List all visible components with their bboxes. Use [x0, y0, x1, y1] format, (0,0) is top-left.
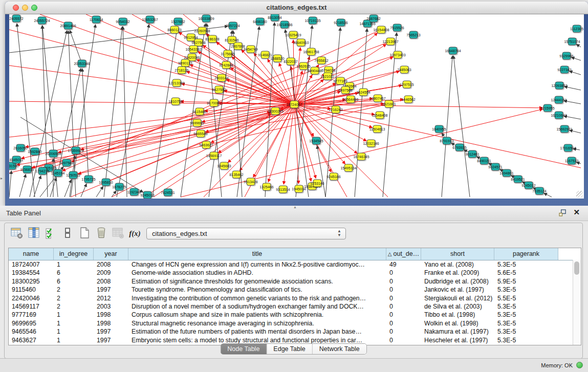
graph-node[interactable]: 3624554 — [359, 89, 368, 96]
graph-node[interactable]: 9218536 — [337, 19, 345, 27]
graph-node[interactable]: 1167533 — [568, 157, 576, 165]
tab-edge-table[interactable]: Edge Table — [267, 344, 312, 354]
select-all-checks-icon[interactable] — [43, 227, 57, 240]
table-row[interactable]: 1938455462009Genome-wide association stu… — [9, 269, 581, 277]
graph-node[interactable]: 15692971 — [560, 125, 569, 133]
window-titlebar[interactable]: citations_edges.txt — [5, 2, 588, 14]
table-row[interactable]: 911546021997Tourette syndrome. Phenomeno… — [9, 286, 581, 294]
table-cell[interactable]: 5.3E-5 — [494, 319, 558, 327]
table-cell[interactable]: Corpus callosum shape and size in male p… — [128, 311, 386, 319]
graph-node[interactable]: 1156819 — [23, 166, 32, 173]
graph-node[interactable]: 9242848 — [222, 61, 231, 69]
table-cell[interactable]: 5.3E-5 — [494, 302, 558, 311]
graph-node[interactable]: 7485063 — [400, 66, 409, 74]
graph-node[interactable]: 9699695 — [193, 119, 202, 127]
graph-node[interactable]: 8490151 — [480, 157, 489, 165]
table-cell[interactable]: Jankovic et al. (1997) — [421, 286, 494, 294]
graph-node[interactable]: 1325466 — [263, 183, 271, 191]
graph-node[interactable]: 12093852 — [555, 82, 564, 90]
table-cell[interactable]: Structural magnetic resonance image aver… — [128, 319, 386, 327]
table-row[interactable]: 1872400712008Changes of HCN gene express… — [9, 260, 581, 269]
scrollbar-thumb[interactable] — [574, 261, 579, 275]
table-row[interactable]: 977716911998Corpus callosum shape and si… — [9, 311, 581, 319]
table-cell[interactable]: 0 — [386, 327, 421, 336]
table-source-dropdown[interactable]: citations_edges.txt ▲▼ — [146, 228, 346, 239]
graph-node[interactable]: 8813054 — [271, 14, 279, 21]
graph-node[interactable]: 1527602 — [174, 18, 183, 26]
graph-node[interactable]: 6793935 — [455, 144, 464, 151]
table-cell[interactable]: Stergiakouli et al. (2012) — [421, 294, 494, 302]
graph-node[interactable]: 1250515 — [69, 171, 78, 179]
graph-node[interactable]: 2687682 — [369, 15, 378, 23]
graph-node[interactable]: 14569117 — [210, 152, 219, 160]
graph-node[interactable]: 1253146 — [313, 180, 322, 187]
table-cell[interactable]: Hescheler et al. (1997) — [421, 336, 494, 344]
graph-node[interactable]: 8419521 — [514, 176, 522, 183]
graph-node[interactable]: 8345011 — [12, 156, 21, 164]
table-cell[interactable]: 0 — [386, 302, 421, 311]
table-settings-icon[interactable] — [10, 227, 24, 240]
table-cell[interactable]: Changes of HCN gene expression and I(f) … — [128, 260, 386, 269]
graph-node[interactable]: 20053346 — [78, 60, 86, 68]
graph-node[interactable]: 3175685 — [224, 50, 232, 58]
graph-node[interactable]: 16640910 — [297, 39, 306, 47]
function-icon[interactable]: f(x) — [128, 227, 142, 240]
graph-node[interactable]: 1795725 — [84, 176, 93, 183]
table-row[interactable]: 1830029562008Estimation of significance … — [9, 277, 581, 286]
column-header-year[interactable]: year — [94, 248, 128, 260]
graph-node[interactable]: 24055724 — [38, 17, 47, 25]
graph-node[interactable]: 1534545 — [312, 137, 321, 145]
table-cell[interactable]: 49 — [386, 260, 421, 269]
graph-node[interactable]: 2616050 — [16, 144, 25, 152]
table-cell[interactable]: 5.9E-5 — [494, 277, 558, 286]
graph-node[interactable]: 1621022 — [323, 73, 332, 80]
table-cell[interactable]: 9115460 — [9, 286, 54, 294]
graph-node[interactable]: 1446562 — [404, 96, 413, 103]
graph-node[interactable]: 16961758 — [307, 48, 316, 56]
table-cell[interactable]: 18300295 — [9, 277, 54, 286]
column-header-out_de[interactable]: △out_de… — [386, 248, 421, 260]
graph-node[interactable]: 16648784 — [449, 47, 458, 55]
table-cell[interactable]: 5.6E-5 — [494, 269, 558, 277]
graph-node[interactable]: 18300295 — [271, 107, 280, 115]
table-cell[interactable]: 18724007 — [9, 260, 54, 269]
graph-node[interactable]: 9245166 — [330, 173, 338, 181]
column-visibility-icon[interactable] — [27, 227, 40, 240]
resize-grip-icon[interactable] — [576, 191, 583, 198]
graph-node[interactable]: 7624531 — [164, 189, 172, 196]
graph-node[interactable]: 8322037 — [287, 58, 295, 65]
table-cell[interactable]: Dudbridge et al. (2008) — [421, 277, 494, 286]
rows-icon[interactable] — [60, 227, 74, 240]
graph-node[interactable]: 12213967 — [386, 38, 395, 46]
table-cell[interactable]: 5.3E-5 — [494, 260, 558, 269]
graph-node[interactable]: 11548408 — [376, 112, 384, 119]
graph-node[interactable]: 1621601 — [385, 100, 394, 108]
tab-node-table[interactable]: Node Table — [221, 344, 267, 354]
table-cell[interactable]: Tibbo et al. (1998) — [421, 311, 494, 319]
graph-node[interactable]: 16033809 — [202, 15, 211, 23]
table-cell[interactable]: 9699695 — [9, 319, 54, 327]
table-cell[interactable]: Nakamura et al. (1997) — [421, 327, 494, 336]
table-cell[interactable]: 6 — [54, 269, 94, 277]
graph-node[interactable]: 1145194 — [54, 169, 62, 177]
table-cell[interactable]: 1 — [54, 327, 94, 336]
graph-node[interactable]: 8427552 — [215, 86, 224, 94]
table-cell[interactable]: Wolkin et al. (1998) — [421, 319, 494, 327]
table-cell[interactable]: 2 — [54, 294, 94, 302]
table-cell[interactable]: Investigating the contribution of common… — [128, 294, 386, 302]
table-cell[interactable]: 0 — [386, 319, 421, 327]
graph-node[interactable]: 8186328 — [208, 35, 217, 43]
network-canvas[interactable]: 1872400718300295193845542226058899129548… — [9, 14, 584, 199]
graph-node[interactable]: 9465546 — [197, 130, 205, 138]
graph-node[interactable]: 9054032 — [119, 18, 127, 26]
table-row[interactable]: 2242004622012Investigating the contribut… — [9, 294, 581, 302]
close-panel-icon[interactable]: ✕ — [573, 208, 580, 217]
graph-node[interactable]: 16210643 — [555, 112, 563, 119]
graph-node[interactable]: 1694801 — [503, 169, 511, 177]
graph-node[interactable]: 1794275 — [38, 167, 47, 175]
table-cell[interactable]: Yano et al. (2008) — [421, 260, 494, 269]
table-cell[interactable]: 14569117 — [9, 302, 54, 311]
graph-node[interactable]: 1640955 — [435, 125, 444, 133]
table-cell[interactable]: de Silva et al. (2003) — [421, 302, 494, 311]
table-cell[interactable]: 9777169 — [9, 311, 54, 319]
